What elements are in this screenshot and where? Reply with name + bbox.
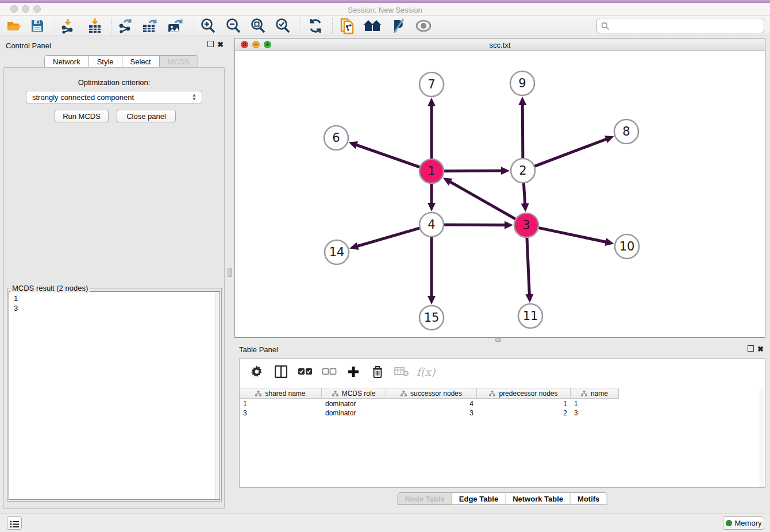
memory-label: Memory [735, 519, 762, 527]
horizontal-splitter-grip[interactable] [495, 338, 501, 342]
node-label-1: 1 [428, 164, 435, 178]
mcds-result-text[interactable]: 1 3 [9, 291, 220, 500]
function-icon[interactable]: f(x) [418, 364, 434, 380]
export-table-icon[interactable] [140, 17, 160, 34]
edge-arrow-icon [505, 221, 513, 229]
table-cell[interactable]: 1 [240, 399, 322, 408]
optimization-criterion-label: Optimization criterion: [0, 78, 228, 87]
column-header-MCDS-role[interactable]: MCDS role [322, 388, 386, 399]
mcds-result-scrollbar[interactable] [215, 292, 220, 499]
table-cell[interactable]: 2 [477, 408, 571, 418]
select-all-icon[interactable] [297, 364, 313, 380]
table-container: f(x) shared nameMCDS rolesuccessor nodes… [239, 358, 765, 488]
gear-icon[interactable] [249, 364, 265, 380]
edge-3-10[interactable] [538, 228, 607, 242]
export-image-icon[interactable] [165, 17, 185, 34]
edge-2-9[interactable] [522, 104, 523, 159]
table-cell[interactable]: 3 [571, 408, 619, 418]
hide-panel-icon[interactable] [388, 17, 407, 34]
edge-1-6[interactable] [356, 145, 420, 167]
hierarchy-icon [255, 391, 261, 396]
delete-column-icon[interactable] [369, 364, 386, 380]
memory-status-icon [726, 520, 732, 526]
eye-icon[interactable] [414, 17, 433, 34]
table-cell[interactable]: 1 [571, 399, 619, 408]
deselect-all-icon[interactable] [321, 364, 337, 380]
zoom-in-icon[interactable] [198, 17, 218, 34]
tab-node-table[interactable]: Node Table [398, 492, 452, 505]
network-clone-icon[interactable] [337, 17, 357, 34]
column-header-successor-nodes[interactable]: successor nodes [386, 388, 477, 399]
close-panel-button[interactable]: Close panel [117, 110, 176, 122]
run-mcds-button[interactable]: Run MCDS [55, 110, 109, 122]
edge-arrow-icon [428, 203, 436, 211]
task-history-button[interactable] [7, 516, 22, 530]
table-cell[interactable]: dominator [322, 399, 386, 408]
edge-4-3[interactable] [444, 225, 506, 225]
table-cell[interactable]: 3 [240, 408, 322, 418]
table-cell[interactable]: dominator [322, 408, 386, 418]
tab-mcds[interactable]: MCDS [160, 55, 198, 68]
search-input[interactable] [612, 19, 760, 32]
float-panel-icon[interactable] [207, 41, 214, 47]
export-network-icon[interactable] [116, 17, 135, 34]
tab-motifs[interactable]: Motifs [571, 492, 607, 505]
main-toolbar [0, 16, 770, 36]
edge-2-8[interactable] [534, 139, 607, 167]
columns-icon[interactable] [273, 364, 289, 380]
app-title: Session: New Session [0, 6, 770, 14]
zoom-selected-icon[interactable] [273, 17, 292, 34]
save-session-icon[interactable] [28, 17, 47, 34]
import-table-icon[interactable] [85, 17, 105, 34]
zoom-fit-icon[interactable] [248, 17, 268, 34]
toolbar-separator [194, 18, 194, 33]
float-table-panel-icon[interactable] [748, 345, 754, 352]
column-header-label: name [591, 390, 608, 398]
table-cell[interactable]: 3 [386, 408, 477, 418]
zoom-out-icon[interactable] [224, 17, 243, 34]
network-canvas[interactable]: 7968124314101511 [236, 51, 765, 338]
tab-edge-table[interactable]: Edge Table [452, 492, 506, 505]
table-cell[interactable]: 4 [386, 399, 477, 408]
column-header-shared-name[interactable]: shared name [240, 388, 322, 399]
delete-table-icon[interactable] [394, 364, 410, 380]
table-row[interactable]: 3dominator323 [240, 408, 619, 418]
edge-1-2[interactable] [444, 171, 502, 171]
edge-4-14[interactable] [357, 228, 420, 246]
mcds-result-title: MCDS result (2 nodes) [10, 284, 90, 292]
home-icon[interactable] [363, 17, 382, 34]
table-row[interactable]: 1dominator411 [240, 399, 619, 408]
edge-3-1[interactable] [449, 182, 515, 219]
import-network-icon[interactable] [58, 17, 78, 34]
table-panel: Table Panel ✖ f(x) [234, 342, 770, 514]
table-toolbar: f(x) [240, 359, 765, 384]
memory-button[interactable]: Memory [723, 516, 764, 530]
close-table-panel-icon[interactable]: ✖ [757, 345, 764, 353]
tab-network[interactable]: Network [44, 55, 89, 68]
open-session-icon[interactable] [5, 17, 24, 34]
table-cell[interactable]: 1 [477, 399, 571, 408]
selected-option-label: strongly connected component [32, 93, 134, 102]
refresh-icon[interactable] [306, 17, 325, 34]
column-header-name[interactable]: name [571, 388, 619, 399]
edge-2-3[interactable] [523, 183, 525, 205]
search-icon [601, 22, 610, 30]
control-panel-tabs: NetworkStyleSelectMCDS [44, 55, 198, 68]
tab-select[interactable]: Select [122, 55, 160, 68]
close-panel-icon[interactable]: ✖ [217, 41, 224, 48]
network-window-titlebar[interactable]: ✕ − + scc.txt [235, 38, 765, 51]
tab-network-table[interactable]: Network Table [506, 492, 571, 505]
add-column-icon[interactable] [345, 364, 361, 380]
network-view-window: ✕ − + scc.txt 7968124314101511 [234, 38, 765, 338]
optimization-criterion-select[interactable]: strongly connected component ▲▼ [26, 91, 202, 103]
tab-style[interactable]: Style [89, 55, 122, 68]
node-label-2: 2 [519, 164, 526, 178]
node-label-10: 10 [619, 240, 635, 253]
table-scrollbar[interactable] [760, 388, 764, 487]
search-field[interactable] [596, 18, 764, 33]
edge-arrow-icon [349, 141, 358, 149]
edge-3-11[interactable] [527, 237, 529, 295]
vertical-splitter-grip[interactable] [228, 268, 232, 277]
column-header-predecessor-nodes[interactable]: predecessor nodes [477, 388, 571, 399]
toolbar-separator [301, 18, 301, 33]
